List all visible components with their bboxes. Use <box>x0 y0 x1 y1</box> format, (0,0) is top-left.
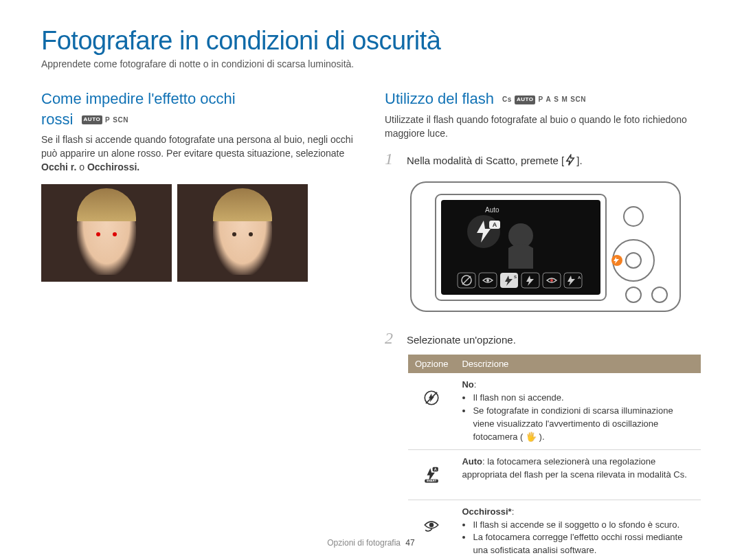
left-body-bold1: Occhi r. <box>41 161 76 172</box>
row1-desc: Auto: la fotocamera selezionerà una rego… <box>455 449 701 500</box>
mode-cs: Cs <box>502 95 512 104</box>
svg-text:A: A <box>578 276 581 280</box>
mode-p-badge: P <box>105 115 110 125</box>
flash-opt-slow: S <box>500 273 518 288</box>
th-desc: Descrizione <box>455 355 701 373</box>
right-body: Utilizzate il flash quando fotografate a… <box>385 113 701 141</box>
row2-title: Occhirossi* <box>462 506 511 517</box>
svg-text:S: S <box>514 275 517 279</box>
svg-text:A: A <box>434 467 437 471</box>
mode-badges-right: Cs AUTO P A S M SCN <box>502 95 586 104</box>
svg-point-23 <box>626 287 641 302</box>
step-1-text-a: Nella modalità di Scatto, premete [ <box>407 155 564 166</box>
row1-title: Auto <box>462 456 482 467</box>
footer-section: Opzioni di fotografia <box>327 538 401 548</box>
step-1-number: 1 <box>385 150 397 168</box>
mode-scn: SCN <box>570 95 586 104</box>
flash-icon <box>564 154 576 166</box>
left-heading: Come impedire l'effetto occhi rossi AUTO… <box>41 89 355 129</box>
intro-text: Apprendete come fotografare di notte o i… <box>41 58 701 69</box>
mode-badges-left: AUTO P SCN <box>82 115 128 125</box>
svg-point-19 <box>624 207 643 226</box>
row2-desc: Occhirossi*: Il flash si accende se il s… <box>455 500 701 560</box>
th-option: Opzione <box>408 355 455 373</box>
step-1-text-b: ]. <box>576 155 582 166</box>
step-1: 1 Nella modalità di Scatto, premete []. <box>385 150 701 168</box>
photo-corrected <box>177 184 308 282</box>
camera-illustration: A Auto S A <box>408 175 683 318</box>
options-table: Opzione Descrizione No: Il flash non si … <box>408 355 701 560</box>
left-body-mid: o <box>76 161 87 172</box>
mode-a: A <box>546 95 552 104</box>
mode-auto-badge: AUTO <box>515 96 536 104</box>
mode-s: S <box>554 95 559 104</box>
camera-screen-label: Auto <box>485 206 499 214</box>
mode-p: P <box>538 95 543 104</box>
step-2-text: Selezionate un'opzione. <box>407 333 516 347</box>
figure-row <box>41 184 355 282</box>
mode-scn-badge: SCN <box>113 115 128 125</box>
mode-auto-badge: AUTO <box>82 115 103 124</box>
right-heading-text: Utilizzo del flash <box>385 90 494 107</box>
svg-point-31 <box>429 522 434 527</box>
svg-point-24 <box>652 287 667 302</box>
left-body-bold2: Occhirossi. <box>87 161 139 172</box>
page-footer: Opzioni di fotografia 47 <box>0 538 742 548</box>
row0-b1: Se fotografate in condizioni di scarsa i… <box>473 405 694 444</box>
table-row: Occhirossi*: Il flash si accende se il s… <box>408 500 701 560</box>
row0-title: No <box>462 379 473 390</box>
right-heading: Utilizzo del flash Cs AUTO P A S M SCN <box>385 89 701 109</box>
left-body: Se il flash si accende quando fotografat… <box>41 133 355 175</box>
mode-m: M <box>561 95 567 104</box>
row0-desc: No: Il flash non si accende. Se fotograf… <box>455 373 701 449</box>
left-body-part1: Se il flash si accende quando fotografat… <box>41 134 353 159</box>
step-1-text: Nella modalità di Scatto, premete []. <box>407 153 583 168</box>
page-title: Fotografare in condizioni di oscurità <box>41 26 701 56</box>
svg-point-16 <box>550 279 553 282</box>
step-2-number: 2 <box>385 329 397 348</box>
left-heading-line1: Come impedire l'effetto occhi <box>41 90 236 107</box>
flash-off-icon <box>415 379 448 417</box>
row1-text: : la fotocamera selezionerà una regolazi… <box>462 456 686 480</box>
svg-point-21 <box>626 253 641 268</box>
row0-b0: Il flash non si accende. <box>473 392 694 405</box>
left-heading-line2: rossi <box>41 111 73 128</box>
flash-smart-auto-icon: ASMART <box>415 456 448 494</box>
step-2: 2 Selezionate un'opzione. <box>385 329 701 348</box>
footer-page-number: 47 <box>405 538 414 548</box>
svg-point-11 <box>486 279 489 282</box>
left-column: Come impedire l'effetto occhi rossi AUTO… <box>41 89 355 560</box>
right-column: Utilizzo del flash Cs AUTO P A S M SCN U… <box>385 89 701 560</box>
table-row: No: Il flash non si accende. Se fotograf… <box>408 373 701 449</box>
svg-text:A: A <box>493 221 497 228</box>
row2-b0: Il flash si accende se il soggetto o lo … <box>473 519 694 532</box>
svg-text:SMART: SMART <box>427 479 437 482</box>
photo-red-eye <box>41 184 172 282</box>
table-row: ASMART Auto: la fotocamera selezionerà u… <box>408 449 701 500</box>
